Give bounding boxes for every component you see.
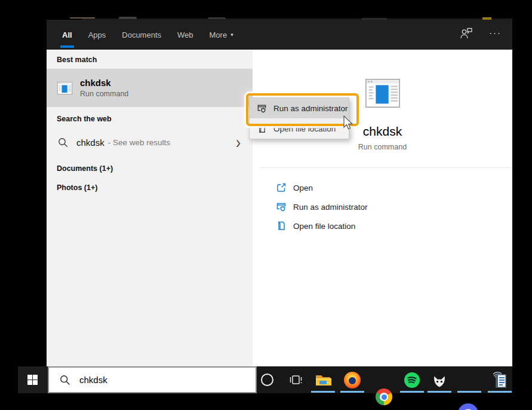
- action-open[interactable]: Open: [276, 178, 512, 197]
- windows-logo-icon: [27, 375, 38, 385]
- tab-all-label: All: [62, 30, 72, 39]
- foobar2000-icon[interactable]: [432, 372, 447, 388]
- action-run-as-administrator-label: Run as administrator: [293, 203, 368, 212]
- background-tab-edge: [119, 17, 137, 19]
- action-run-as-administrator[interactable]: Run as administrator: [276, 197, 512, 216]
- tab-apps[interactable]: Apps: [88, 20, 106, 50]
- more-options-icon[interactable]: ···: [489, 30, 502, 39]
- web-search-suffix: - See web results: [108, 138, 170, 147]
- search-icon: [60, 375, 70, 385]
- start-button[interactable]: [18, 366, 47, 393]
- context-menu-item-label: Open file location: [273, 124, 336, 133]
- desktop: All Apps Documents Web More▾ ···: [0, 0, 532, 410]
- context-menu-run-as-administrator[interactable]: Run as administrator: [250, 98, 349, 118]
- run-command-icon: [57, 80, 73, 96]
- search-icon: [58, 137, 68, 148]
- action-open-file-location-label: Open file location: [293, 222, 355, 231]
- run-as-administrator-icon: [276, 201, 287, 212]
- chevron-down-icon: ▾: [230, 32, 233, 38]
- discord-icon[interactable]: [458, 403, 478, 410]
- cortana-icon[interactable]: [261, 374, 273, 386]
- running-indicator: [311, 391, 335, 393]
- open-file-location-icon: [276, 221, 287, 231]
- taskbar-search-input[interactable]: [78, 374, 236, 385]
- running-indicator: [400, 391, 424, 393]
- taskbar: [18, 366, 512, 393]
- web-search-query: chkdsk: [76, 137, 104, 148]
- running-indicator: [457, 391, 481, 393]
- chevron-right-icon[interactable]: ›: [236, 135, 241, 150]
- running-indicator: [340, 391, 364, 393]
- tab-more-label: More: [210, 30, 227, 39]
- photos-section-header[interactable]: Photos (1+): [57, 183, 253, 192]
- web-search-result[interactable]: chkdsk - See web results ›: [47, 128, 253, 156]
- search-web-header: Search the web: [57, 115, 253, 123]
- user-feedback-icon[interactable]: [459, 27, 473, 42]
- background-tab-edge: [70, 17, 95, 19]
- mouse-cursor: [343, 115, 354, 131]
- tab-documents[interactable]: Documents: [122, 20, 161, 50]
- tab-documents-label: Documents: [122, 30, 161, 39]
- best-match-result-chkdsk[interactable]: chkdsk Run command: [47, 69, 253, 107]
- divider: [260, 167, 512, 168]
- spotify-icon[interactable]: [404, 372, 420, 388]
- context-menu-open-file-location[interactable]: Open file location: [250, 118, 349, 139]
- firefox-icon[interactable]: [344, 372, 361, 388]
- tab-apps-label: Apps: [88, 30, 106, 39]
- notes-app-icon[interactable]: [491, 371, 508, 387]
- best-match-subtitle: Run command: [80, 90, 128, 98]
- run-as-administrator-icon: [257, 103, 267, 114]
- best-match-header: Best match: [57, 56, 253, 64]
- preview-subtitle: Run command: [358, 143, 407, 151]
- running-indicator: [488, 391, 512, 393]
- search-flyout-window: All Apps Documents Web More▾ ···: [47, 20, 512, 366]
- search-filter-bar: All Apps Documents Web More▾ ···: [47, 20, 512, 50]
- action-open-file-location[interactable]: Open file location: [276, 216, 512, 235]
- tab-more[interactable]: More▾: [210, 20, 233, 50]
- file-explorer-icon[interactable]: [315, 372, 331, 388]
- action-open-label: Open: [293, 183, 313, 192]
- task-view-icon[interactable]: [288, 372, 303, 388]
- context-menu-item-label: Run as administrator: [273, 104, 348, 113]
- preview-title: chkdsk: [363, 124, 402, 139]
- taskbar-search-box[interactable]: [48, 366, 257, 393]
- documents-section-header[interactable]: Documents (1+): [57, 164, 253, 173]
- open-file-location-icon: [257, 124, 267, 134]
- firefox-globe: [349, 377, 356, 384]
- best-match-title: chkdsk: [80, 78, 128, 88]
- tab-web[interactable]: Web: [177, 20, 193, 50]
- run-command-icon-large: [364, 75, 401, 112]
- running-indicator: [428, 391, 451, 393]
- open-icon: [276, 182, 287, 193]
- chrome-icon[interactable]: [376, 388, 392, 405]
- results-list-panel: Best match chkd: [47, 50, 253, 366]
- tab-all[interactable]: All: [62, 20, 72, 50]
- context-menu: Run as administrator Open file location: [249, 97, 349, 139]
- preview-actions: Open Run as administrator Open file: [253, 178, 512, 235]
- tab-web-label: Web: [177, 30, 193, 39]
- background-tab-edge: [208, 17, 226, 19]
